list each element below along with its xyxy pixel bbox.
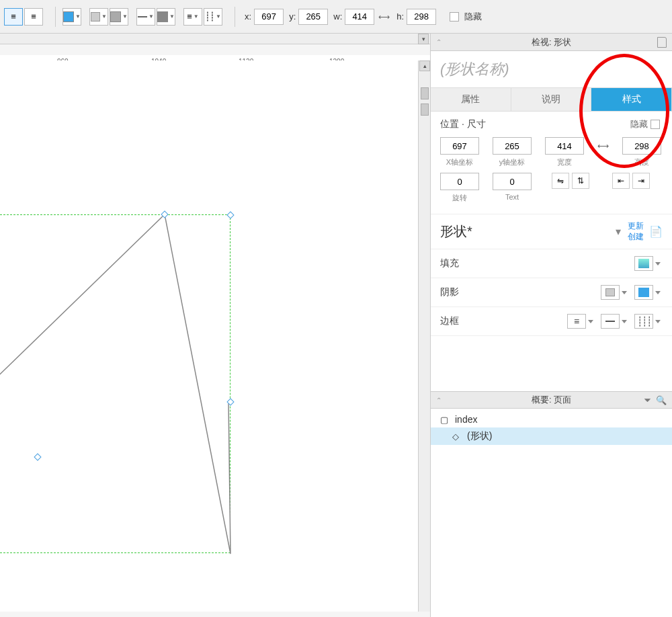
page-icon: ▢ — [440, 415, 451, 425]
h-field-label: 高度 — [634, 157, 649, 167]
collapse-icon[interactable]: ⌃ — [436, 38, 442, 46]
border-pattern-swatch[interactable]: ┊┊┊ — [634, 314, 653, 329]
create-link[interactable]: 创建 — [628, 232, 644, 243]
shadow-label: 阴影 — [440, 286, 459, 298]
line-color-btn[interactable]: ▼ — [157, 8, 175, 26]
h-field[interactable] — [622, 137, 661, 155]
y-label: y: — [289, 11, 296, 22]
x-field[interactable] — [440, 137, 479, 155]
x-label: x: — [245, 11, 251, 22]
flip-h-icon[interactable]: ⇋ — [552, 173, 569, 189]
copy-icon[interactable]: 📄 — [649, 225, 663, 238]
lock-wh-icon[interactable]: ⟷ — [597, 141, 609, 151]
overview-title: 概要: 页面 — [532, 394, 571, 406]
align-icon-2[interactable]: ⇥ — [632, 173, 650, 189]
scroll-thumb[interactable] — [421, 104, 429, 116]
border-label: 边框 — [440, 315, 459, 327]
page-tree: ▢ index ◇ (形状) — [431, 409, 672, 617]
align-icon-1[interactable]: ⇤ — [612, 173, 630, 189]
tree-item-label: (形状) — [467, 430, 492, 442]
rotation-field[interactable] — [440, 173, 479, 190]
y-input[interactable] — [298, 9, 328, 25]
shape-name-field[interactable]: (形状名称) — [431, 51, 672, 87]
shadow-color-btn[interactable]: ▼ — [110, 8, 128, 26]
inspector-body: 位置 · 尺寸 隐藏 X轴坐标 y轴坐标 宽度 ⟷ 高度 旋转 Text ⇋ ⇅… — [431, 112, 672, 391]
position-title: 位置 · 尺寸 — [440, 118, 486, 130]
v-scrollbar[interactable]: ▴ — [418, 60, 430, 612]
text-label: Text — [505, 193, 519, 201]
align-left-active[interactable]: ≡ — [4, 8, 23, 26]
inspector-panel: ⌃ 检视: 形状 (形状名称) 属性 说明 样式 位置 · 尺寸 隐藏 X轴坐标… — [430, 34, 672, 617]
hide-label: 隐藏 — [464, 11, 482, 23]
shape-polyline[interactable] — [0, 214, 239, 564]
canvas[interactable] — [0, 60, 430, 612]
tab-description[interactable]: 说明 — [511, 88, 592, 111]
fill-label: 填充 — [440, 257, 459, 270]
rotation-label: 旋转 — [452, 193, 467, 203]
tab-style[interactable]: 样式 — [591, 88, 672, 111]
h-scroll-strip: ▾ — [0, 34, 430, 44]
scroll-thumb[interactable] — [421, 87, 429, 99]
tab-properties[interactable]: 属性 — [431, 88, 511, 111]
shape-icon: ◇ — [452, 431, 463, 442]
tree-item-index[interactable]: ▢ index — [431, 411, 672, 427]
hide-label: 隐藏 — [630, 118, 648, 130]
shadow-color-swatch[interactable] — [634, 285, 653, 300]
top-toolbar: ≡ ≡ ▼ ▼ ▼ ▼ ▼ ≡▼ ┊┊▼ x: y: w: ⟷ h: 隐藏 — [0, 0, 672, 34]
shadow-type-swatch[interactable] — [601, 285, 620, 300]
collapse-icon[interactable]: ⌃ — [436, 397, 442, 404]
fill-color-btn[interactable]: ▼ — [62, 8, 81, 26]
w-label: w: — [333, 11, 342, 22]
scroll-up-arrow[interactable]: ▴ — [419, 60, 430, 71]
flip-v-icon[interactable]: ⇅ — [572, 173, 589, 189]
overview-header: ⌃ 概要: 页面 ⏷ 🔍 — [431, 391, 672, 409]
border-pattern-btn[interactable]: ┊┊▼ — [204, 8, 222, 26]
page-icon[interactable] — [657, 37, 667, 48]
fill-swatch[interactable] — [634, 256, 653, 271]
update-link[interactable]: 更新 — [628, 221, 644, 232]
search-icon[interactable]: 🔍 — [656, 395, 667, 405]
w-field[interactable] — [545, 137, 584, 155]
divider — [235, 7, 235, 27]
border-weight-swatch[interactable]: ≡ — [567, 314, 586, 329]
hide-checkbox[interactable] — [650, 120, 660, 129]
inspector-header: ⌃ 检视: 形状 — [431, 34, 672, 51]
y-field-label: y轴坐标 — [499, 157, 526, 167]
h-input[interactable] — [407, 9, 436, 25]
filter-icon[interactable]: ⏷ — [643, 395, 652, 405]
tree-item-label: index — [455, 414, 477, 425]
shadow-btn[interactable]: ▼ — [89, 8, 108, 26]
w-field-label: 宽度 — [557, 157, 572, 167]
w-input[interactable] — [345, 9, 374, 25]
text-rotation-field[interactable] — [493, 173, 532, 190]
lock-aspect-icon[interactable]: ⟷ — [378, 12, 390, 22]
inspector-tabs: 属性 说明 样式 — [431, 87, 672, 112]
hide-checkbox[interactable] — [450, 12, 459, 22]
h-label: h: — [396, 11, 404, 22]
dropdown-icon[interactable]: ▾ — [616, 225, 621, 238]
x-input[interactable] — [254, 9, 284, 25]
y-field[interactable] — [493, 137, 532, 155]
x-field-label: X轴坐标 — [446, 157, 473, 167]
shape-section-title: 形状* — [440, 222, 472, 241]
align-left-btn[interactable]: ≡ — [24, 8, 43, 26]
border-color-swatch[interactable] — [601, 314, 620, 329]
border-style-btn[interactable]: ≡▼ — [183, 8, 202, 26]
tree-item-shape[interactable]: ◇ (形状) — [431, 427, 672, 445]
scroll-arrow[interactable]: ▾ — [418, 34, 429, 44]
line-style-btn[interactable]: ▼ — [136, 8, 155, 26]
inspector-title: 检视: 形状 — [532, 36, 571, 48]
divider — [55, 7, 56, 27]
